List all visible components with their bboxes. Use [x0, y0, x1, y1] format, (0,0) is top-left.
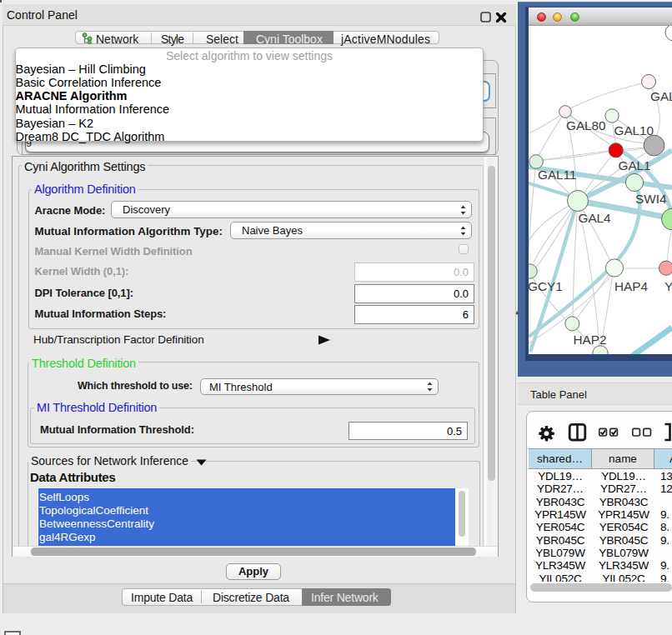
svg-text:GAL1: GAL1	[619, 158, 651, 172]
svg-text:HAP2: HAP2	[574, 332, 607, 347]
svg-text:GAL11: GAL11	[538, 168, 577, 182]
svg-text:GAL4: GAL4	[579, 211, 612, 225]
svg-text:Y: Y	[664, 279, 672, 293]
svg-text:GAL: GAL	[650, 89, 672, 103]
svg-text:HAP4: HAP4	[614, 279, 648, 293]
svg-text:GAL10: GAL10	[614, 123, 654, 138]
svg-text:GAL80: GAL80	[566, 118, 606, 132]
svg-text:SWI4: SWI4	[635, 192, 667, 206]
svg-text:GCY1: GCY1	[529, 279, 563, 293]
